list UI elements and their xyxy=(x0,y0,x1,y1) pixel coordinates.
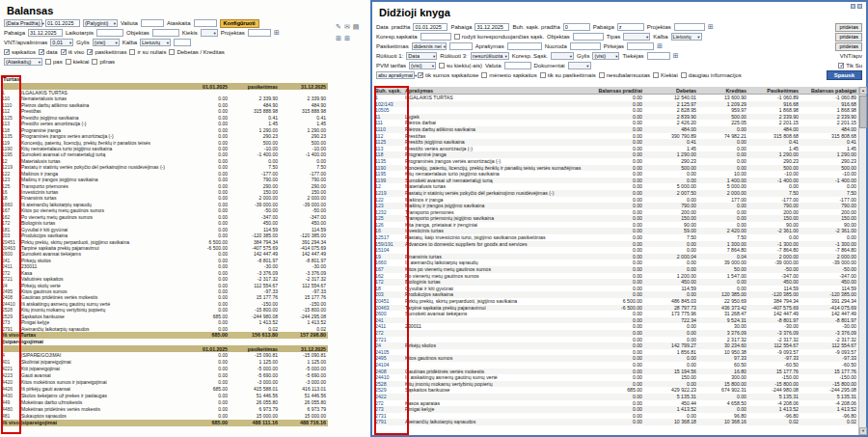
account-start-input[interactable] xyxy=(563,23,590,31)
depth-select[interactable]: (visi)▾ xyxy=(93,39,120,46)
account-code-link[interactable]: 24105 xyxy=(374,349,405,356)
quantities-checkbox[interactable] xyxy=(66,59,71,65)
run-report-button[interactable]: Spausk xyxy=(827,70,862,80)
account-code-link[interactable]: 1 xyxy=(374,95,405,101)
account-code-link[interactable]: 24104 xyxy=(374,362,405,369)
account-code-link[interactable]: 1232 xyxy=(374,209,405,216)
descriptions-mode-select[interactable]: abu aprašymai▾ xyxy=(376,71,415,79)
ledger-object-input[interactable] xyxy=(573,33,604,41)
account-code-link[interactable]: 18 xyxy=(374,286,405,292)
monthly-accounts-checkbox[interactable] xyxy=(481,72,487,78)
account-code-link[interactable]: 20451 xyxy=(374,298,405,305)
pridetas-button[interactable]: pridėtas xyxy=(835,42,862,51)
quantities-checkbox[interactable] xyxy=(653,72,659,78)
account-code-link[interactable]: 272 xyxy=(374,400,405,407)
show-corresponding-checkbox[interactable] xyxy=(454,34,460,40)
account-code-link[interactable]: 1199 xyxy=(374,178,405,184)
corresponding-select[interactable]: ▾ xyxy=(551,52,574,60)
account-code-link[interactable]: 2528 xyxy=(374,381,405,388)
account-code-link[interactable]: 167 xyxy=(374,266,405,273)
account-end-input[interactable] xyxy=(617,23,644,31)
vertical-scrollbar[interactable]: ▲ ▼ xyxy=(858,87,866,435)
corresponding-account-input[interactable] xyxy=(420,33,451,41)
change-operator-select[interactable]: didesnis nei▾ xyxy=(412,42,447,50)
supplier-input[interactable] xyxy=(647,52,670,60)
account-code-link[interactable]: 1190 xyxy=(374,165,405,172)
reports-select[interactable]: (Ataskaitų)▾ xyxy=(4,58,42,66)
account-code-link[interactable]: 15104 xyxy=(374,247,405,254)
description-input[interactable] xyxy=(507,42,542,50)
account-code-link[interactable]: 2529 xyxy=(374,387,405,394)
scroll-down-icon[interactable]: ▼ xyxy=(859,427,867,435)
change-checkbox[interactable] xyxy=(87,49,93,55)
sort3-select[interactable]: nesurūšiuota▾ xyxy=(471,52,509,60)
scrollbar-thumb[interactable] xyxy=(859,96,867,128)
account-code-link[interactable]: 4480 xyxy=(2,406,21,413)
account-code-link[interactable]: 1125 xyxy=(374,139,405,146)
account-code-link[interactable]: 4426 xyxy=(2,386,21,393)
only-sums-checkbox[interactable] xyxy=(838,63,844,68)
pridetas-button[interactable]: pridėtas xyxy=(835,33,862,41)
account-code-link[interactable]: 122 xyxy=(374,197,405,204)
account-code-link[interactable]: 20463 xyxy=(374,305,405,312)
account-code-link[interactable]: 273 xyxy=(374,406,405,413)
account-code-link[interactable]: 1219 xyxy=(374,190,405,197)
only-account-sums-checkbox[interactable] xyxy=(418,72,423,78)
rounding-select[interactable]: 0,01▾ xyxy=(50,39,73,46)
account-code-link[interactable]: 449 xyxy=(2,399,21,406)
account-code-link[interactable]: 112 xyxy=(374,133,405,140)
ledger-depth-select[interactable]: (visi)▾ xyxy=(592,52,619,60)
account-code-link[interactable]: 111 xyxy=(374,120,405,126)
date-end-input[interactable] xyxy=(28,29,63,37)
object-input[interactable] xyxy=(152,29,179,37)
type-select[interactable]: ▾ xyxy=(623,33,650,41)
period-input[interactable] xyxy=(96,29,123,37)
account-code-link[interactable]: 4420 xyxy=(2,379,21,386)
account-code-link[interactable]: 2791 xyxy=(374,419,405,425)
account-code-link[interactable]: 4223 xyxy=(2,372,21,379)
account-code-link[interactable]: 19 xyxy=(374,254,405,260)
account-code-link[interactable]: 113 xyxy=(374,146,405,152)
report-input[interactable] xyxy=(194,19,217,27)
documents-select[interactable]: ▾ xyxy=(568,62,591,69)
ledger-date-start-input[interactable] xyxy=(413,23,448,31)
more-info-checkbox[interactable] xyxy=(681,72,687,78)
edit-icon[interactable]: ✎ xyxy=(336,23,341,31)
account-code-link[interactable]: 272 xyxy=(374,330,405,337)
project-picker-icon[interactable]: ⊞ xyxy=(274,29,280,37)
account-code-link[interactable]: 172 xyxy=(374,279,405,286)
account-code-link[interactable]: 481 xyxy=(2,413,21,420)
change-value-input[interactable] xyxy=(449,42,473,50)
account-code-link[interactable]: 102/143 xyxy=(374,101,405,108)
window-control-icon[interactable] xyxy=(851,4,855,9)
account-code-link[interactable]: 2408 xyxy=(374,369,405,375)
scroll-up-icon[interactable]: ▲ xyxy=(859,87,867,95)
mail-icon[interactable]: ✉ xyxy=(344,23,350,31)
supplier-picker-icon[interactable]: ⊞ xyxy=(673,52,679,60)
account-code-link[interactable]: 241 xyxy=(374,317,405,324)
account-code-link[interactable]: 1195 xyxy=(374,171,405,178)
account-code-link[interactable]: 2600 xyxy=(374,311,405,317)
language-select[interactable]: Lietuvių▾ xyxy=(140,39,171,46)
ledger-language-select[interactable]: Lietuvių▾ xyxy=(671,33,702,41)
unbalanced-checkbox[interactable] xyxy=(599,72,605,78)
account-code-link[interactable]: 4 xyxy=(2,352,21,359)
date-start-input[interactable] xyxy=(45,19,80,27)
window-control-icon[interactable] xyxy=(857,4,862,9)
account-code-link[interactable]: 1135 xyxy=(374,158,405,165)
account-code-link[interactable]: 12517 xyxy=(374,234,405,241)
account-code-link[interactable]: 10505 xyxy=(374,107,405,114)
account-code-link[interactable]: 4430 xyxy=(2,393,21,399)
project-picker-icon[interactable]: ⊞ xyxy=(708,23,714,31)
only-with-changes-checkbox[interactable] xyxy=(540,72,546,78)
account-code-link[interactable]: 159/191 xyxy=(374,241,405,248)
pas-checkbox[interactable] xyxy=(45,59,51,65)
account-code-link[interactable]: 4221 xyxy=(2,366,21,372)
account-code-link[interactable]: 125 xyxy=(374,215,405,222)
ledger-date-end-input[interactable] xyxy=(475,23,509,31)
project-input[interactable] xyxy=(248,29,271,37)
with-zeros-checkbox[interactable] xyxy=(129,49,135,55)
date-start-type-select[interactable]: (Data Pradžia)▾ xyxy=(4,19,42,27)
extra-input[interactable] xyxy=(174,39,191,46)
reference-input[interactable] xyxy=(570,42,601,50)
